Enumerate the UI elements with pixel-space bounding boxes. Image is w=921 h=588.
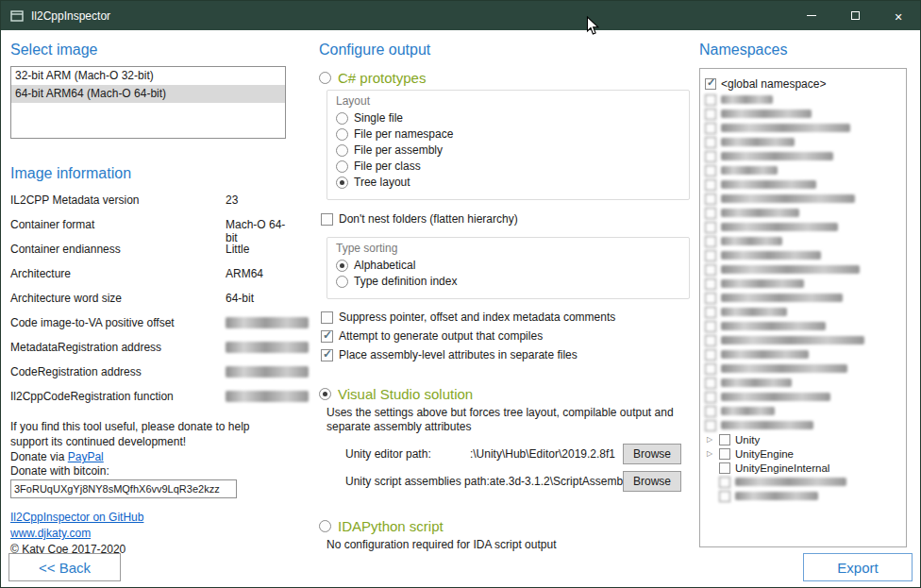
type-sorting-option-label: Alphabetical (354, 259, 415, 273)
layout-radio-option[interactable]: File per class (336, 160, 680, 174)
checkbox-icon (705, 307, 716, 318)
type-sorting-option-label: Type definition index (354, 275, 457, 289)
layout-radio-option[interactable]: File per assembly (336, 143, 680, 158)
unity-path-fields: Unity editor path::\Unity\Hub\Editor\201… (345, 444, 681, 492)
namespace-item-redacted[interactable] (705, 418, 901, 432)
redacted-content (705, 236, 782, 247)
output-checkbox[interactable]: Suppress pointer, offset and index metad… (321, 311, 693, 324)
namespace-item[interactable]: <global namespace> (705, 76, 901, 92)
expander-icon[interactable] (705, 449, 714, 459)
redacted-content (705, 321, 826, 332)
checkbox-icon (719, 477, 730, 488)
redacted-label (721, 407, 775, 415)
checkbox-icon (705, 78, 716, 90)
namespace-item-redacted[interactable] (705, 277, 901, 291)
website-link[interactable]: www.djkaty.com (10, 527, 91, 540)
maximize-icon (851, 11, 860, 20)
info-label: Architecture (10, 267, 71, 280)
layout-radio-option[interactable]: Tree layout (336, 176, 680, 190)
namespace-item-redacted[interactable] (705, 192, 901, 206)
redacted-label (735, 478, 846, 486)
layout-radio-option[interactable]: Single file (336, 111, 680, 126)
github-link[interactable]: Il2CppInspector on GitHub (10, 511, 143, 524)
titlebar[interactable]: Il2CppInspector (1, 1, 920, 30)
output-checkbox[interactable]: Attempt to generate output that compiles (321, 329, 693, 343)
info-label: Container format (10, 218, 94, 231)
checkbox-icon (705, 165, 716, 176)
redacted-content (705, 109, 812, 120)
namespace-item-redacted[interactable] (705, 163, 901, 177)
visual-studio-solution-radio[interactable]: Visual Studio solution (319, 386, 693, 402)
redacted-label (721, 393, 830, 401)
csharp-prototypes-radio[interactable]: C# prototypes (319, 70, 693, 86)
namespace-item[interactable]: Unity (705, 432, 901, 446)
namespace-item-redacted[interactable] (705, 92, 901, 107)
redacted-label (721, 180, 816, 189)
namespace-item-redacted[interactable] (705, 248, 901, 262)
maximize-button[interactable] (833, 1, 877, 30)
namespace-item-redacted[interactable] (705, 234, 901, 248)
window-title: Il2CppInspector (31, 9, 110, 23)
namespace-item[interactable]: UnityEngine (705, 446, 901, 461)
redacted-content (705, 307, 787, 318)
bitcoin-address-input[interactable] (10, 479, 237, 498)
redacted-label (721, 95, 773, 104)
namespace-item-redacted[interactable] (705, 475, 901, 489)
close-button[interactable] (877, 1, 920, 30)
path-field-value: :\Unity\Hub\Editor\2019.2.8f1 (431, 447, 623, 461)
minimize-button[interactable] (790, 1, 833, 30)
checkbox-icon (321, 311, 333, 324)
image-list-item[interactable]: 32-bit ARM (Mach-O 32-bit) (11, 67, 285, 85)
type-sorting-groupbox-title: Type sorting (336, 242, 680, 255)
namespace-item-redacted[interactable] (705, 149, 901, 163)
namespace-item-redacted[interactable] (705, 361, 901, 376)
info-label: IL2CPP Metadata version (10, 193, 140, 207)
checkbox-icon (705, 264, 716, 276)
namespace-item-redacted[interactable] (705, 220, 901, 234)
namespace-item-redacted[interactable] (705, 376, 901, 390)
redacted-content (705, 349, 809, 361)
redacted-content (705, 250, 821, 261)
namespaces-section: Namespaces <global namespace>UnityUnityE… (699, 32, 913, 547)
browse-button[interactable]: Browse (623, 471, 681, 492)
namespace-item-redacted[interactable] (705, 291, 901, 305)
image-info-row: Il2CppCodeRegistration function (10, 390, 286, 414)
namespace-item-redacted[interactable] (705, 107, 901, 121)
namespace-item-redacted[interactable] (705, 319, 901, 333)
namespace-item-redacted[interactable] (705, 305, 901, 319)
info-value: ARM64 (226, 267, 263, 280)
image-listbox[interactable]: 32-bit ARM (Mach-O 32-bit)64-bit ARM64 (… (10, 66, 286, 139)
export-button[interactable]: Export (803, 553, 913, 581)
namespace-item-redacted[interactable] (705, 333, 901, 347)
redacted-content (705, 94, 773, 106)
namespace-item-redacted[interactable] (705, 347, 901, 361)
select-image-section: Select image 32-bit ARM (Mach-O 32-bit)6… (10, 32, 286, 556)
namespace-item-redacted[interactable] (705, 206, 901, 220)
namespace-item-redacted[interactable] (705, 121, 901, 135)
layout-option-label: File per namespace (354, 127, 453, 142)
namespace-item-redacted[interactable] (705, 177, 901, 192)
redacted-value (226, 391, 309, 402)
layout-radio-option[interactable]: File per namespace (336, 127, 680, 142)
flatten-checkbox[interactable]: Don't nest folders (flatten hierarchy) (321, 212, 693, 226)
redacted-label (721, 364, 847, 373)
back-button[interactable]: << Back (8, 553, 121, 581)
browse-button[interactable]: Browse (623, 444, 681, 464)
namespace-item-redacted[interactable] (705, 404, 901, 418)
expander-icon[interactable] (705, 435, 714, 445)
idapython-script-radio[interactable]: IDAPython script (319, 518, 693, 534)
namespace-item-redacted[interactable] (705, 489, 901, 503)
output-checkbox[interactable]: Place assembly-level attributes in separ… (321, 348, 693, 361)
type-sorting-radio-option[interactable]: Type definition index (336, 275, 680, 289)
image-list-item[interactable]: 64-bit ARM64 (Mach-O 64-bit) (11, 85, 285, 103)
paypal-link[interactable]: PayPal (68, 450, 104, 463)
type-sorting-radio-option[interactable]: Alphabetical (336, 259, 680, 273)
namespace-item-redacted[interactable] (705, 135, 901, 149)
radio-icon (336, 276, 348, 288)
idapython-description: No configuration required for IDA script… (327, 538, 680, 552)
configure-output-heading: Configure output (319, 42, 693, 59)
namespace-item-redacted[interactable] (705, 390, 901, 404)
namespaces-panel[interactable]: <global namespace>UnityUnityEngineUnityE… (699, 68, 907, 547)
namespace-item[interactable]: UnityEngineInternal (705, 461, 901, 475)
namespace-item-redacted[interactable] (705, 262, 901, 277)
